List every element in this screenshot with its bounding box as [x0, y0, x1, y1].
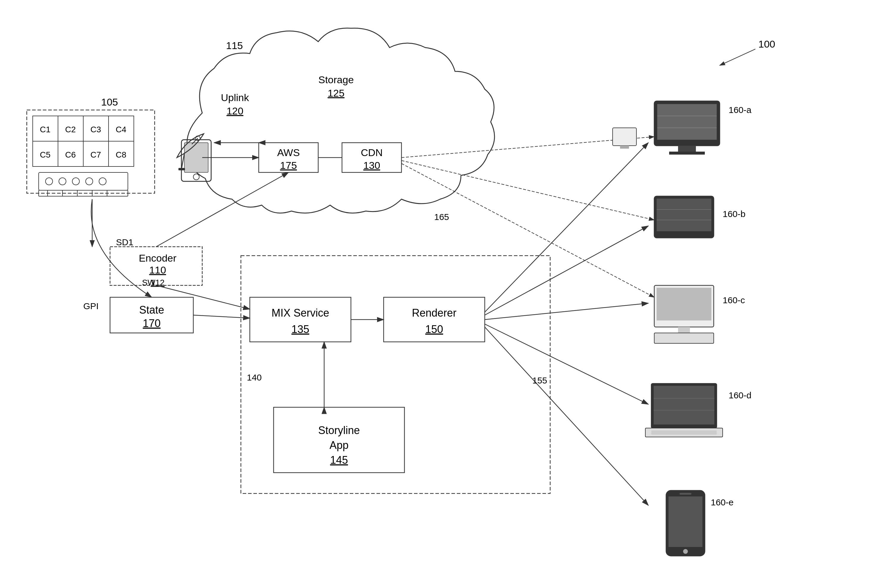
renderer-ref: 150 [425, 323, 443, 335]
svg-rect-60 [654, 386, 714, 424]
sd1-label: SD1 [116, 237, 133, 247]
uplink-ref: 120 [227, 105, 243, 117]
cell-c2: C2 [65, 125, 76, 134]
encoder-ref: 110 [149, 264, 166, 276]
device-160c-label: 160-c [723, 295, 745, 305]
device-160d-label: 160-d [729, 390, 751, 400]
ref-105-label: 105 [101, 96, 118, 108]
aws-label: AWS [277, 147, 300, 158]
storyline-ref: 145 [330, 454, 348, 466]
mix-service-label: MIX Service [272, 307, 329, 319]
cell-c1: C1 [40, 125, 51, 134]
svg-rect-66 [669, 496, 702, 547]
svg-rect-64 [651, 430, 717, 435]
cell-c8: C8 [116, 150, 126, 159]
ref-115-label: 115 [226, 40, 243, 51]
cell-c3: C3 [90, 125, 101, 134]
device-160a-label: 160-a [729, 105, 751, 115]
svg-rect-43 [657, 104, 717, 140]
svg-rect-56 [678, 327, 690, 333]
ref-155-label: 155 [532, 375, 547, 385]
svg-rect-58 [654, 333, 714, 344]
svg-rect-46 [678, 146, 696, 152]
svg-rect-68 [679, 493, 691, 495]
cell-c5: C5 [40, 150, 51, 159]
svg-rect-49 [620, 146, 629, 148]
state-ref: 170 [143, 317, 161, 329]
ref-140-label: 140 [247, 372, 262, 382]
svg-rect-47 [669, 152, 705, 154]
svg-point-67 [683, 549, 688, 554]
renderer-label: Renderer [412, 307, 457, 319]
mix-service-ref: 135 [291, 323, 309, 335]
device-160e [666, 490, 705, 556]
device-160b [654, 196, 714, 238]
cdn-ref: 130 [364, 160, 380, 171]
svg-rect-51 [657, 199, 711, 231]
ref-165-label: 165 [434, 212, 449, 222]
ref-100-label: 100 [758, 38, 775, 50]
storyline-label: Storyline [318, 424, 360, 436]
cdn-label: CDN [361, 147, 383, 158]
storage-label: Storage [318, 74, 354, 86]
aws-ref: 175 [280, 160, 297, 171]
svg-rect-74 [179, 168, 185, 170]
encoder-label: Encoder [139, 252, 177, 264]
gpi-label: GPI [83, 301, 99, 311]
cell-c6: C6 [65, 150, 76, 159]
device-160b-label: 160-b [723, 209, 745, 219]
svg-rect-55 [657, 288, 711, 321]
main-diagram-svg: Uplink 120 Storage 125 115 AWS 175 CDN 1… [0, 0, 888, 588]
cell-c7: C7 [90, 150, 101, 159]
diagram-container: Uplink 120 Storage 125 115 AWS 175 CDN 1… [0, 0, 888, 588]
uplink-label: Uplink [221, 92, 249, 103]
device-160e-label: 160-e [711, 497, 734, 507]
cell-c4: C4 [116, 125, 126, 134]
svg-rect-48 [613, 128, 636, 146]
state-label: State [139, 304, 164, 316]
storage-ref: 125 [328, 87, 345, 99]
device-160d [645, 384, 723, 437]
storyline-app-label: App [329, 439, 349, 451]
